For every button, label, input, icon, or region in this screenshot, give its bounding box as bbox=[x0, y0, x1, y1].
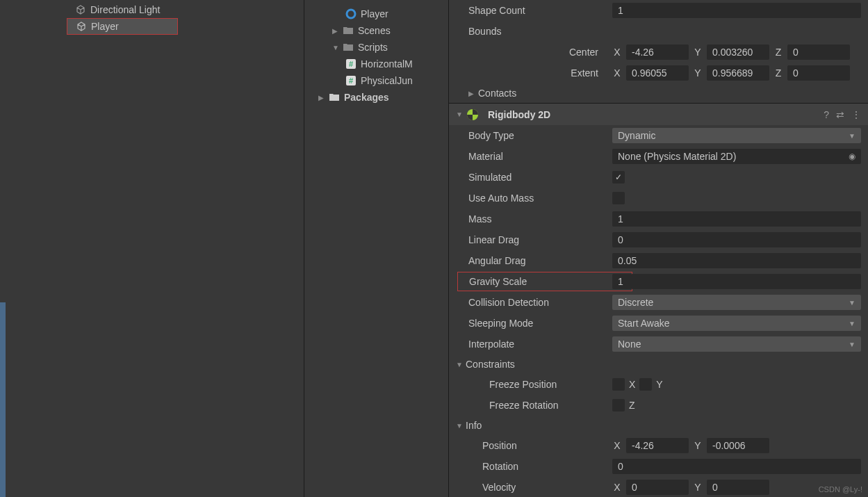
center-z-input[interactable] bbox=[787, 44, 850, 60]
property-label: Extent bbox=[456, 67, 612, 79]
project-item-packages[interactable]: ▶ Packages bbox=[304, 89, 448, 106]
project-item-label: Scenes bbox=[358, 25, 391, 36]
property-label: Rotation bbox=[456, 461, 612, 472]
menu-icon[interactable]: ⋮ bbox=[851, 109, 861, 120]
property-label: Gravity Scale bbox=[458, 276, 612, 287]
property-body-type: Body Type Dynamic ▼ bbox=[449, 125, 868, 146]
angular-drag-input[interactable] bbox=[612, 253, 861, 268]
x-label: X bbox=[612, 47, 622, 58]
cube-icon bbox=[75, 4, 86, 15]
property-label: Freeze Rotation bbox=[456, 400, 612, 411]
gravity-scale-rest-input[interactable] bbox=[631, 274, 861, 289]
property-bounds: Bounds bbox=[449, 21, 868, 42]
preset-icon[interactable]: ⇄ bbox=[836, 109, 844, 120]
csharp-icon: # bbox=[345, 74, 357, 87]
interpolate-dropdown[interactable]: None ▼ bbox=[612, 336, 861, 352]
chevron-down-icon: ▼ bbox=[849, 341, 855, 348]
section-label: Info bbox=[466, 420, 482, 431]
help-icon[interactable]: ? bbox=[824, 109, 829, 120]
collapse-arrow-icon[interactable]: ▼ bbox=[456, 111, 466, 118]
hierarchy-item-label: Directional Light bbox=[90, 4, 160, 15]
simulated-checkbox[interactable] bbox=[612, 171, 625, 184]
hierarchy-item-label: Player bbox=[91, 21, 119, 32]
property-label: Body Type bbox=[456, 130, 612, 141]
property-linear-drag: Linear Drag bbox=[449, 229, 868, 250]
property-label: Center bbox=[456, 47, 612, 58]
mass-input[interactable] bbox=[612, 211, 861, 227]
project-item-label: HorizontalM bbox=[361, 58, 413, 70]
project-item-script-1[interactable]: # PhysicalJun bbox=[304, 72, 448, 89]
hierarchy-item-player[interactable]: Player bbox=[67, 18, 178, 35]
body-type-dropdown[interactable]: Dynamic ▼ bbox=[612, 128, 861, 143]
hierarchy-item-directional-light[interactable]: Directional Light bbox=[6, 1, 304, 18]
extent-x-input[interactable] bbox=[626, 65, 689, 81]
collision-detection-dropdown[interactable]: Discrete ▼ bbox=[612, 295, 861, 310]
chevron-down-icon: ▼ bbox=[849, 132, 855, 140]
property-freeze-rotation: Freeze Rotation Z bbox=[449, 395, 868, 416]
property-sleeping-mode: Sleeping Mode Start Awake ▼ bbox=[449, 313, 868, 334]
project-item-player[interactable]: Player bbox=[304, 6, 448, 22]
folder-icon bbox=[342, 24, 354, 37]
extent-y-input[interactable] bbox=[707, 65, 769, 81]
circle-icon bbox=[345, 8, 357, 20]
property-angular-drag: Angular Drag bbox=[449, 250, 868, 271]
auto-mass-checkbox[interactable] bbox=[612, 192, 625, 204]
inspector-panel: Shape Count Bounds Center X Y Z Extent X bbox=[449, 0, 868, 497]
rotation-input[interactable] bbox=[612, 459, 861, 474]
property-label: Position bbox=[456, 440, 612, 451]
collapse-arrow-icon: ▼ bbox=[456, 422, 466, 430]
dropdown-value: Start Awake bbox=[618, 318, 669, 329]
property-freeze-position: Freeze Position X Y bbox=[449, 374, 868, 395]
project-item-script-0[interactable]: # HorizontalM bbox=[304, 56, 448, 72]
y-label: Y bbox=[693, 482, 703, 493]
cube-icon bbox=[76, 21, 87, 32]
contacts-section[interactable]: ▶ Contacts bbox=[449, 83, 868, 103]
material-field[interactable]: None (Physics Material 2D) ◉ bbox=[612, 149, 861, 164]
property-label: Shape Count bbox=[456, 5, 612, 16]
position-x-input[interactable] bbox=[626, 438, 689, 453]
linear-drag-input[interactable] bbox=[612, 232, 861, 247]
property-shape-count: Shape Count bbox=[449, 0, 868, 21]
expand-arrow-icon[interactable]: ▶ bbox=[332, 27, 342, 35]
folder-icon bbox=[342, 41, 354, 54]
property-position: Position X Y bbox=[449, 435, 868, 456]
svg-text:#: # bbox=[349, 60, 353, 68]
property-label: Linear Drag bbox=[456, 234, 612, 245]
extent-z-input[interactable] bbox=[787, 65, 850, 81]
project-item-scenes[interactable]: ▶ Scenes bbox=[304, 22, 448, 39]
collapse-arrow-icon[interactable]: ▼ bbox=[332, 44, 342, 51]
property-rotation: Rotation bbox=[449, 456, 868, 477]
property-label: Bounds bbox=[456, 26, 612, 37]
project-item-scripts[interactable]: ▼ Scripts bbox=[304, 39, 448, 56]
section-label: Contacts bbox=[478, 88, 516, 99]
property-label: Material bbox=[456, 151, 612, 162]
info-section[interactable]: ▼ Info bbox=[449, 416, 868, 435]
x-label: X bbox=[629, 379, 635, 390]
position-y-input[interactable] bbox=[707, 438, 769, 453]
sleeping-mode-dropdown[interactable]: Start Awake ▼ bbox=[612, 316, 861, 331]
watermark: CSDN @Ly-! bbox=[819, 485, 862, 494]
property-gravity-scale: Gravity Scale bbox=[449, 271, 868, 292]
x-label: X bbox=[612, 440, 622, 451]
gravity-scale-input[interactable] bbox=[612, 274, 632, 289]
z-label: Z bbox=[629, 400, 635, 411]
velocity-y-input[interactable] bbox=[707, 480, 769, 495]
y-label: Y bbox=[693, 67, 703, 79]
object-picker-icon[interactable]: ◉ bbox=[849, 152, 855, 161]
freeze-x-checkbox[interactable] bbox=[612, 378, 625, 391]
z-label: Z bbox=[773, 67, 783, 79]
center-x-input[interactable] bbox=[626, 44, 689, 60]
property-label: Sleeping Mode bbox=[456, 318, 612, 329]
property-label: Simulated bbox=[456, 172, 612, 183]
velocity-x-input[interactable] bbox=[626, 480, 689, 495]
shape-count-input[interactable] bbox=[612, 3, 861, 18]
csharp-icon: # bbox=[345, 58, 357, 70]
constraints-section[interactable]: ▼ Constraints bbox=[449, 355, 868, 374]
center-y-input[interactable] bbox=[707, 44, 769, 60]
dropdown-value: Dynamic bbox=[618, 130, 655, 141]
freeze-y-checkbox[interactable] bbox=[639, 378, 652, 391]
freeze-z-checkbox[interactable] bbox=[612, 399, 625, 412]
svg-text:#: # bbox=[349, 76, 353, 85]
rigidbody-icon bbox=[466, 108, 480, 122]
expand-arrow-icon[interactable]: ▶ bbox=[318, 94, 328, 101]
